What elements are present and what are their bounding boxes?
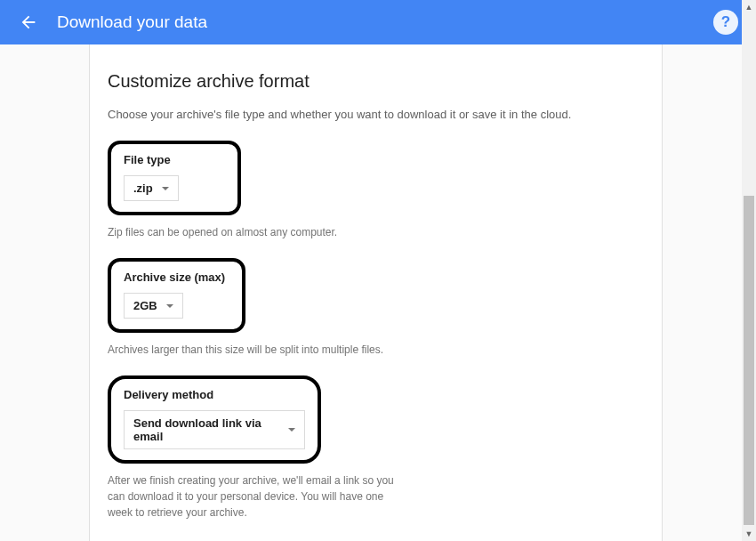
archive-size-help: Archives larger than this size will be s… <box>108 342 410 358</box>
file-type-dropdown[interactable]: .zip <box>124 175 179 201</box>
file-type-box: File type .zip <box>108 141 241 215</box>
scrollbar-down-arrow-icon[interactable]: ▼ <box>742 527 756 541</box>
page-title: Download your data <box>57 12 713 32</box>
scrollbar-up-arrow-icon[interactable]: ▲ <box>742 0 756 14</box>
chevron-down-icon <box>166 304 173 308</box>
section-title: Customize archive format <box>108 71 644 92</box>
delivery-method-group: Delivery method Send download link via e… <box>108 375 644 521</box>
file-type-label: File type <box>124 153 225 166</box>
chevron-down-icon <box>162 187 169 190</box>
delivery-method-box: Delivery method Send download link via e… <box>108 375 321 464</box>
content-panel: Customize archive format Choose your arc… <box>89 44 663 541</box>
scrollbar[interactable]: ▲ ▼ <box>742 0 756 541</box>
archive-size-box: Archive size (max) 2GB <box>108 258 245 333</box>
delivery-method-label: Delivery method <box>124 388 305 401</box>
help-icon[interactable]: ? <box>713 10 738 35</box>
file-type-help: Zip files can be opened on almost any co… <box>108 224 410 240</box>
scrollbar-thumb[interactable] <box>744 196 754 525</box>
file-type-value: .zip <box>133 182 153 195</box>
archive-size-value: 2GB <box>133 299 157 312</box>
archive-size-group: Archive size (max) 2GB Archives larger t… <box>108 258 644 358</box>
archive-size-dropdown[interactable]: 2GB <box>124 293 183 319</box>
delivery-method-dropdown[interactable]: Send download link via email <box>124 410 305 449</box>
delivery-method-help: After we finish creating your archive, w… <box>108 472 410 521</box>
archive-size-label: Archive size (max) <box>124 270 229 284</box>
back-arrow-icon[interactable] <box>18 12 39 33</box>
chevron-down-icon <box>288 428 295 432</box>
file-type-group: File type .zip Zip files can be opened o… <box>108 141 644 240</box>
section-description: Choose your archive's file type and whet… <box>108 108 644 121</box>
delivery-method-value: Send download link via email <box>133 416 279 443</box>
app-header: Download your data ? <box>0 0 756 44</box>
